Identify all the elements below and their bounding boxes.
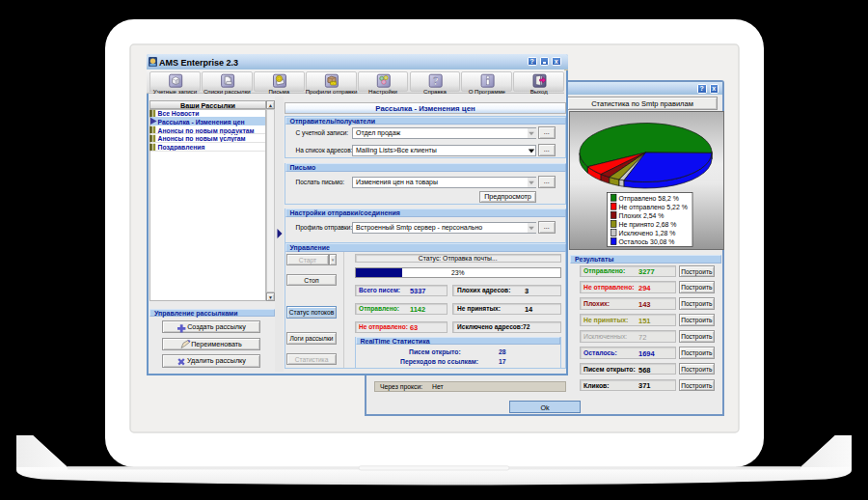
svg-text:Не принято 2,68 %: Не принято 2,68 % — [619, 221, 677, 229]
svg-text:Плохих 2,54 %: Плохих 2,54 % — [619, 212, 665, 219]
svg-text:Осталось 30,08 %: Осталось 30,08 % — [619, 238, 675, 245]
svg-text:?: ? — [433, 75, 439, 87]
svg-text:Не отправлено 5,22 %: Не отправлено 5,22 % — [619, 204, 688, 211]
svg-text:Исключено 1,28 %: Исключено 1,28 % — [619, 230, 676, 236]
svg-text:Отправлено 58,2 %: Отправлено 58,2 % — [619, 195, 679, 203]
